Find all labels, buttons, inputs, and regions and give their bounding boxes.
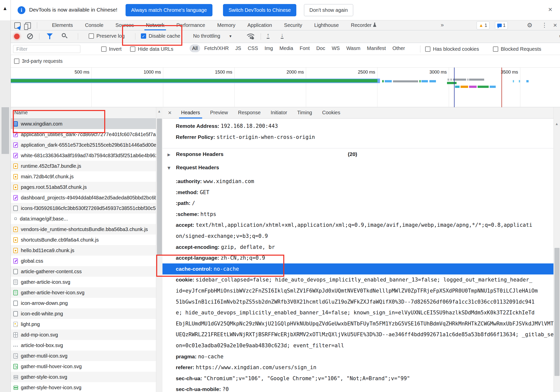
network-settings-gear-icon[interactable]: ⚙ (559, 33, 560, 40)
filter-category-wasm[interactable]: Wasm (344, 44, 363, 52)
devtools-close-icon[interactable]: × (553, 21, 557, 29)
tab-lighthouse[interactable]: Lighthouse (308, 20, 345, 30)
throttling-select[interactable]: No throttling ▼ (193, 33, 232, 39)
import-har-icon[interactable]: ↑ (267, 32, 269, 39)
inspect-element-icon[interactable] (14, 22, 21, 29)
filter-category-css[interactable]: CSS (245, 44, 260, 52)
details-scrollbar[interactable]: ▲ (553, 107, 560, 392)
request-row[interactable]: pages.root.51aba53f.chunk.js (11, 182, 156, 192)
record-icon[interactable] (14, 34, 20, 39)
response-headers-section[interactable]: ▶ Response Headers (167, 151, 223, 157)
header-row-cache-control[interactable]: cache-control: no-cache (162, 263, 553, 274)
tab-security[interactable]: Security (278, 20, 308, 30)
filter-category-font[interactable]: Font (297, 44, 312, 52)
network-conditions-icon[interactable] (246, 33, 255, 39)
filter-category-img[interactable]: Img (262, 44, 275, 52)
request-headers-section[interactable]: ▼ Request Headers (167, 164, 219, 171)
third-party-toggle[interactable]: 3rd-party requests (14, 58, 63, 64)
disable-cache-checkbox[interactable]: ✓ (141, 33, 146, 39)
tab-console[interactable]: Console (79, 20, 109, 30)
banner-close-icon[interactable]: × (548, 6, 552, 14)
request-list-scrollbar[interactable]: ▲ (156, 107, 162, 392)
disable-cache-toggle[interactable]: ✓ Disable cache (141, 33, 180, 39)
tab-memory[interactable]: Memory (211, 20, 241, 30)
switch-chinese-button[interactable]: Switch DevTools to Chinese (223, 4, 296, 16)
match-language-button[interactable]: Always match Chrome's language (126, 4, 212, 16)
device-toolbar-icon[interactable] (25, 22, 31, 29)
request-row[interactable]: vendors-ide_runtime-shortcutsBundle.bba5… (11, 224, 156, 235)
scrollbar-thumb[interactable] (2, 107, 9, 154)
request-row[interactable]: gather-article-icon.svg (11, 277, 156, 287)
messages-badge[interactable]: 1 (495, 21, 508, 29)
filter-category-js[interactable]: JS (233, 44, 244, 52)
filter-input[interactable] (13, 45, 80, 53)
expanded-triangle-icon[interactable]: ▼ (167, 166, 175, 170)
filter-category-manifest[interactable]: Manifest (364, 44, 388, 52)
details-tab-initiator[interactable]: Initiator (266, 107, 292, 119)
request-row[interactable]: hello.bd11eca9.chunk.js (11, 245, 156, 256)
request-row[interactable]: data:image/gif;base... (11, 213, 156, 224)
tab-elements[interactable]: Elements (46, 20, 79, 30)
tab-sources[interactable]: Sources (109, 20, 140, 30)
third-party-checkbox[interactable] (14, 59, 19, 64)
request-row[interactable]: dashboard_projects-49494ddabf48ae2d5aded… (11, 192, 156, 203)
has-blocked-cookies-toggle[interactable]: Has blocked cookies (425, 46, 479, 52)
filter-category-other[interactable]: Other (390, 44, 408, 52)
scroll-up-icon[interactable]: ▲ (3, 6, 8, 11)
preserve-log-toggle[interactable]: Preserve log (89, 33, 125, 39)
request-row[interactable]: gather-mutil-hover-icon.svg (11, 361, 156, 372)
blocked-requests-checkbox[interactable] (493, 46, 498, 52)
dont-show-again-button[interactable]: Don't show again (304, 4, 353, 16)
scroll-up-icon[interactable]: ▲ (555, 122, 558, 126)
request-row[interactable]: gather-style-hover-icon.svg (11, 382, 156, 392)
page-scrollbar[interactable]: ▲ (0, 0, 11, 392)
warnings-badge[interactable]: ▲ 1 (477, 21, 489, 29)
export-har-icon[interactable]: ↓ (281, 32, 284, 39)
details-tab-preview[interactable]: Preview (205, 107, 233, 119)
request-row[interactable]: light.png (11, 319, 156, 329)
filter-category-doc[interactable]: Doc (314, 44, 328, 52)
collapsed-triangle-icon[interactable]: ▶ (167, 152, 175, 157)
filter-category-media[interactable]: Media (277, 44, 296, 52)
request-row[interactable]: global.css (11, 256, 156, 266)
filter-category-fetch-xhr[interactable]: Fetch/XHR (202, 44, 231, 52)
hide-data-urls-toggle[interactable]: Hide data URLs (130, 46, 173, 52)
invert-checkbox[interactable] (101, 46, 106, 52)
search-icon[interactable] (62, 33, 66, 37)
request-row[interactable]: white-681c3363643a8f169ad74b7594c83f3d5f… (11, 150, 156, 161)
request-row[interactable]: www.xingdian.com (11, 119, 156, 129)
request-row[interactable]: gather-mutil-icon.svg (11, 351, 156, 361)
preserve-log-checkbox[interactable] (89, 33, 94, 39)
filter-funnel-icon[interactable] (47, 33, 53, 37)
tab-network[interactable]: Network (140, 20, 170, 30)
request-row[interactable]: main.72db4c9f.chunk.js (11, 171, 156, 182)
settings-gear-icon[interactable]: ⚙ (527, 22, 532, 29)
details-tab-response[interactable]: Response (233, 107, 266, 119)
request-row[interactable]: article-tool-box.svg (11, 340, 156, 351)
request-row[interactable]: gather-style-icon.svg (11, 372, 156, 382)
tab-recorder[interactable]: Recorder (345, 20, 382, 30)
tab-application[interactable]: Application (241, 20, 278, 30)
filter-category-ws[interactable]: WS (329, 44, 342, 52)
has-blocked-cookies-checkbox[interactable] (425, 46, 430, 52)
kebab-menu-icon[interactable]: ⋮ (541, 22, 547, 29)
scroll-up-icon[interactable]: ▲ (157, 109, 161, 113)
request-row[interactable]: icons-f305926186cfc3bb530f27269d545937c3… (11, 203, 156, 213)
name-column-header[interactable]: Name (11, 107, 162, 119)
scrollbar-thumb[interactable] (554, 248, 559, 376)
scrollbar-thumb[interactable] (157, 119, 162, 255)
request-row[interactable]: add-mp-icon.svg (11, 329, 156, 340)
request-row[interactable]: gather-article-hover-icon.svg (11, 287, 156, 298)
blocked-requests-toggle[interactable]: Blocked Requests (493, 46, 541, 52)
filter-category-all[interactable]: All (190, 44, 200, 52)
request-row[interactable]: application_dark-6551e573ceb25155ceb29b6… (11, 140, 156, 150)
request-row[interactable]: article-gatherer-content.css (11, 266, 156, 277)
invert-toggle[interactable]: Invert (101, 46, 122, 52)
tab-performance[interactable]: Performance (171, 20, 211, 30)
hide-data-urls-checkbox[interactable] (130, 46, 135, 52)
request-row[interactable]: icon-arrow-down.png (11, 298, 156, 308)
request-row[interactable]: application_utilities_dark-7cd869cf7277e… (11, 129, 156, 140)
details-tab-timing[interactable]: Timing (292, 107, 317, 119)
request-row[interactable]: icon-edit-white.png (11, 308, 156, 319)
details-tab-headers[interactable]: Headers (176, 107, 205, 119)
